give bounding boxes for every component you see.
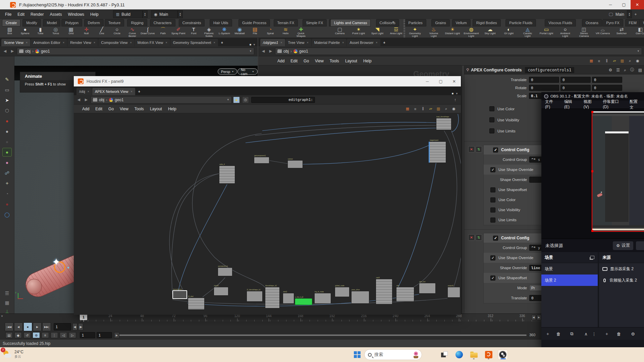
close-tab-icon[interactable]: × [342,41,344,44]
shelf-tool-caustic-light[interactable]: ◬Caustic Light [520,27,535,38]
group-checkbox[interactable]: ✓ [493,236,498,241]
shelf-tool-geometry-light[interactable]: ✦Geometry Light [407,27,423,38]
apex-node-geo-out[interactable]: geo_out [419,283,436,294]
menu-net-help[interactable]: Help [360,59,375,63]
shelf-tool-metaball[interactable]: ◉Metaball [232,27,248,38]
apex-network-canvas[interactable]: APEX [74,113,461,315]
checkbox-use-limits[interactable] [490,218,495,223]
left-path[interactable]: obj › geo1 ▼ [17,48,254,55]
shelf-tool-distant-light[interactable]: ☀Distant Light [445,27,460,38]
menu-net-tools[interactable]: Tools [327,59,342,63]
sources-dock-header[interactable]: 来源 [599,252,644,263]
obs-app-button[interactable] [498,350,508,360]
forward-icon[interactable]: ▶ [83,98,89,102]
sliders-icon[interactable]: ☰ [2,289,12,298]
menu-net-add[interactable]: Add [274,59,287,63]
close-tab-icon[interactable]: × [376,41,377,44]
shelf-tab-viscous-fluids[interactable]: Viscous Fluids [545,19,576,26]
clock-icon[interactable]: ◔ [2,189,12,198]
path-dropdown-icon[interactable]: ▼ [249,50,252,53]
columns-icon[interactable]: ⫼ [603,58,610,64]
shelf-tool-gan-ca[interactable]: ◧Gan Ca [633,27,644,38]
checkbox-use-shape-override[interactable]: ✓ [490,255,495,260]
grid-display-icon[interactable]: ▦ [2,298,12,307]
persp-selector[interactable]: Persp▼ [218,68,237,75]
menu-obs-e[interactable]: 编辑(E) [560,99,580,110]
go-start-button[interactable]: |◀◀ [5,322,13,331]
sphere-dark-icon[interactable]: ● [2,137,12,146]
sphere-green-icon[interactable]: ● [2,148,12,157]
menu-assets[interactable]: Assets [47,12,65,17]
close-tab-icon[interactable]: × [307,41,308,44]
delete-group-button[interactable]: ✕ [468,234,475,241]
apex-node-l2-blendshape-k1[interactable]: l2_blendshape_k1 [247,291,263,302]
shelf-tab-hair-utils[interactable]: Hair Utils [210,19,232,26]
checkbox-use-shapeoffset[interactable] [490,187,495,192]
menu-p9-layout[interactable]: Layout [147,107,165,111]
close-tab-icon[interactable]: × [26,41,28,44]
menu-net-layout[interactable]: Layout [342,59,360,63]
task-view-button[interactable] [439,350,449,360]
timeline-tool-7[interactable]: ▷ [69,332,76,338]
timeline-tool-0[interactable]: ▤ [5,332,13,338]
range-substart-field[interactable]: 1 [97,332,112,338]
follow-icon[interactable]: ◎ [242,97,249,103]
close-tab-icon[interactable]: × [63,41,64,44]
pen-icon[interactable]: ✎ [2,75,12,84]
pane-maximize-icon[interactable]: ■ [250,43,251,46]
apex-node-load-blendshape[interactable]: load_blendshape [436,118,451,130]
go-end-button[interactable]: ▶▶| [42,322,51,331]
star-icon[interactable]: ✦ [2,179,12,188]
start-button[interactable] [352,350,362,360]
duplicate-scene-button[interactable]: ⧉ [567,330,577,338]
build-selector[interactable]: ▥ Build [113,10,143,18]
shelf-tab-simple-fx[interactable]: Simple FX [303,19,327,26]
more-button[interactable]: ⋮ [589,330,599,338]
camera-selector[interactable]: No cam▼ [237,68,258,75]
close-tab-icon[interactable]: × [166,41,167,44]
apex-pane-icon[interactable]: ⚲ [466,68,469,72]
shelfset-spinner[interactable]: ▲▼ [178,10,183,18]
param-field-rotate-1[interactable]: 0 [560,85,591,91]
remove-source-button[interactable]: 🗑 [614,330,624,338]
apex-node-subnet[interactable]: subnet [287,160,303,168]
shelf-tool-null[interactable]: ✛Null [79,27,94,38]
shelf-tool-spray-paint[interactable]: ✐Spray Paint [171,27,186,38]
apex-node-getcomponent1[interactable]: getcomponent1 [254,157,269,164]
right-path[interactable]: obj › geo1 ▼ [275,48,642,55]
gear-icon[interactable]: ⚙ [608,68,612,72]
insert-group-button[interactable]: ⇅ [476,234,482,241]
close-tab-icon[interactable]: × [214,41,215,44]
shelf-tab-guide-process[interactable]: Guide Process [238,19,270,26]
shelf-tab-grains[interactable]: Grains [431,19,449,26]
desktop-spinner[interactable]: ▲▼ [627,10,632,18]
tab-add[interactable]: + [381,39,388,46]
path-dropdown-icon[interactable]: ▼ [227,98,229,101]
timeline-tool-1[interactable]: ◆ [14,332,22,338]
menu-net-edit[interactable]: Edit [287,59,301,63]
range-start-field[interactable]: 1 [80,332,95,338]
popout-icon[interactable] [590,256,594,259]
remove-scene-button[interactable]: 🗑 [553,330,564,338]
tab-geometry-spreadsheet[interactable]: Geometry Spreadsheet× [170,39,218,46]
weather-widget[interactable]: 7 24°C 多云 [2,349,23,359]
shelf-tool-portal-light[interactable]: ▭Portal Light [539,27,554,38]
apex-node-vobs-4[interactable]: vobs_4 [219,166,235,184]
range-slider-track[interactable] [116,335,527,336]
param-field-rotate-0[interactable]: 0 [529,85,559,91]
timeline-tool-6[interactable]: ◁ [60,332,67,338]
checkbox-use-visibility[interactable] [489,117,494,122]
maximize-button[interactable]: ▢ [434,77,447,86]
param-field-rotate-2[interactable]: 0 [592,85,622,91]
shelf-tool-switcher[interactable]: ⇄Switcher [614,27,629,38]
ruler-scroll-right[interactable]: ▶ [537,315,541,320]
back-icon[interactable]: ◀ [260,49,266,53]
checkbox-use-limits[interactable] [489,128,494,133]
checkbox-use-shape-override[interactable]: ✓ [490,167,495,172]
tab-asset-browser[interactable]: Asset Browser× [347,39,380,46]
menu-help[interactable]: Help [87,12,102,17]
apex-node-l2-skel[interactable]: l2_skel [188,298,205,310]
shelf-tool-stereo-camera[interactable]: ◫Stereo Camera [576,27,592,38]
menu-p9-go[interactable]: Go [105,107,117,111]
shelf-tool-point-light[interactable]: ✶Point Light [351,27,366,38]
